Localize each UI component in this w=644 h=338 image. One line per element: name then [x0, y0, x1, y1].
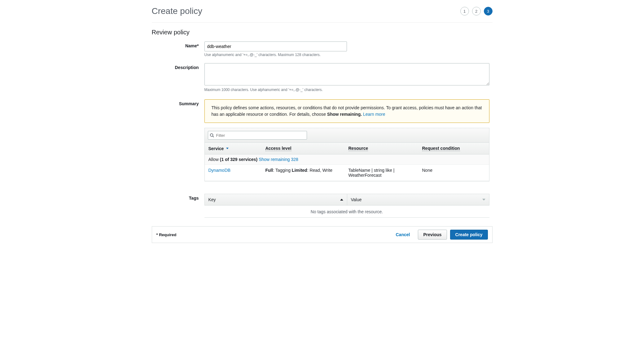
col-resource[interactable]: Resource [345, 143, 418, 154]
summary-warning: This policy defines some actions, resour… [204, 99, 489, 123]
resource-cell: TableName | string like | WeatherForecas… [348, 168, 422, 178]
col-service[interactable]: Service [205, 143, 262, 154]
name-hint: Use alphanumeric and '+=,.@-_' character… [204, 53, 493, 57]
wizard-step-2[interactable]: 2 [472, 7, 481, 15]
tags-row: Tags Key Value No tags associated with t… [152, 194, 493, 218]
name-row: Name* Use alphanumeric and '+=,.@-_' cha… [152, 41, 493, 61]
create-policy-page: Create policy 1 2 3 Review policy Name* … [152, 0, 493, 243]
learn-more-link[interactable]: Learn more [363, 112, 385, 117]
tags-header: Key Value [204, 194, 489, 206]
svg-line-1 [212, 136, 214, 137]
sort-up-icon [340, 199, 343, 201]
create-policy-button[interactable]: Create policy [450, 230, 488, 240]
summary-row: Summary This policy defines some actions… [152, 99, 493, 181]
table-row: DynamoDB Full: Tagging Limited: Read, Wr… [205, 165, 489, 181]
wizard-step-3[interactable]: 3 [484, 7, 493, 15]
tags-label: Tags [152, 194, 204, 218]
search-icon [210, 133, 214, 137]
summary-table: Service Access level Resource Request co… [204, 128, 489, 181]
wizard-step-1[interactable]: 1 [460, 7, 469, 15]
wizard-steps: 1 2 3 [460, 7, 493, 15]
footer-bar: * Required Cancel Previous Create policy [152, 226, 493, 243]
col-access-level[interactable]: Access level [262, 143, 345, 154]
tags-table: Key Value No tags associated with the re… [204, 194, 489, 218]
cancel-button[interactable]: Cancel [391, 230, 415, 240]
tags-divider [204, 217, 489, 218]
description-label: Description [152, 63, 204, 96]
page-title: Create policy [152, 6, 202, 16]
table-header: Service Access level Resource Request co… [205, 143, 489, 154]
allow-summary-row: Allow (1 of 329 services) Show remaining… [205, 154, 489, 165]
warning-bold: Show remaining. [327, 112, 362, 117]
sort-empty-icon [482, 199, 485, 201]
show-remaining-link[interactable]: Show remaining 328 [259, 157, 298, 162]
page-header: Create policy 1 2 3 [152, 6, 493, 23]
summary-label: Summary [152, 99, 204, 181]
description-row: Description Maximum 1000 characters. Use… [152, 63, 493, 96]
request-condition-cell: None [422, 168, 485, 178]
tags-col-key[interactable]: Key [205, 194, 347, 205]
sort-caret-icon [226, 148, 229, 149]
filter-input[interactable] [208, 131, 307, 140]
section-title: Review policy [152, 29, 493, 36]
name-input[interactable] [204, 41, 347, 51]
footer-actions: Cancel Previous Create policy [391, 230, 488, 240]
description-input[interactable] [204, 63, 489, 85]
tags-col-value[interactable]: Value [347, 194, 489, 205]
svg-point-0 [210, 134, 213, 136]
filter-bar [205, 128, 489, 143]
tags-empty-message: No tags associated with the resource. [204, 206, 489, 217]
required-note: * Required [156, 232, 177, 237]
service-link-dynamodb[interactable]: DynamoDB [208, 168, 231, 173]
previous-button[interactable]: Previous [418, 230, 447, 240]
description-hint: Maximum 1000 characters. Use alphanumeri… [204, 88, 493, 92]
access-level-cell: Full: Tagging Limited: Read, Write [265, 168, 348, 178]
col-request-condition[interactable]: Request condition [418, 143, 489, 154]
name-label: Name* [152, 41, 204, 61]
